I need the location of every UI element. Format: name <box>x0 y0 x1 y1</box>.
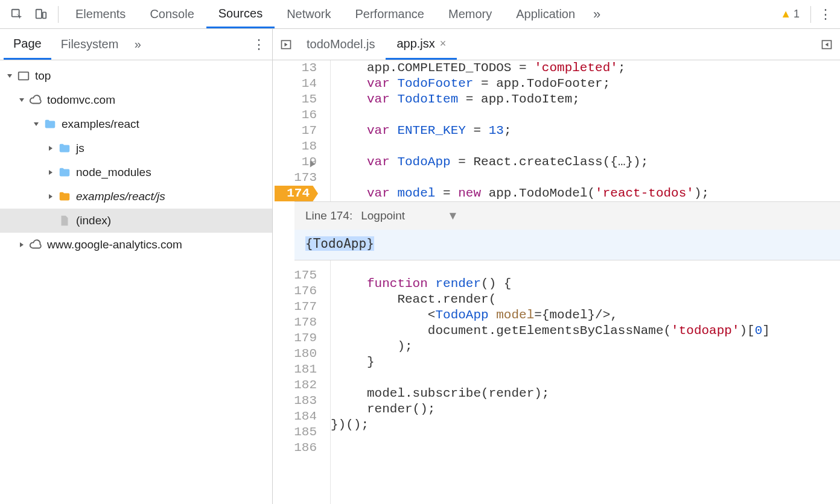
tree-item-folder[interactable]: examples/react/js <box>0 184 272 209</box>
code-line[interactable]: <TodoApp model={model}/>, <box>331 307 840 323</box>
fold-arrow-icon[interactable] <box>308 157 317 166</box>
folder-icon <box>43 118 57 131</box>
tab-network[interactable]: Network <box>275 0 343 28</box>
code-editor[interactable]: 13 14 15 16 17 18 19 173 174 175 176 177 <box>273 60 840 504</box>
disclosure-triangle-icon[interactable] <box>17 240 27 250</box>
logpoint-marker[interactable]: 174 <box>275 186 318 201</box>
navigator-menu-icon[interactable]: ⋮ <box>249 35 269 54</box>
line-number[interactable]: 182 <box>273 377 317 393</box>
close-icon[interactable]: × <box>440 37 447 50</box>
code-line[interactable] <box>331 107 840 123</box>
disclosure-triangle-icon[interactable] <box>46 192 56 201</box>
tree-item-domain[interactable]: todomvc.com <box>0 88 272 112</box>
line-number[interactable]: 19 <box>273 154 317 170</box>
line-number[interactable]: 14 <box>273 76 317 92</box>
disclosure-triangle-icon[interactable] <box>46 143 56 153</box>
line-number[interactable]: 16 <box>273 107 317 123</box>
separator <box>810 6 811 23</box>
tree-item-domain[interactable]: www.google-analytics.com <box>0 233 272 257</box>
disclosure-triangle-icon[interactable] <box>31 119 41 129</box>
tree-label: examples/react/js <box>76 190 165 203</box>
device-toolbar-icon[interactable] <box>31 5 51 24</box>
line-number[interactable]: 176 <box>273 283 317 299</box>
tree-item-folder[interactable]: node_modules <box>0 160 272 184</box>
code-line[interactable]: model.subscribe(render); <box>331 386 840 402</box>
line-gutter[interactable]: 13 14 15 16 17 18 19 173 174 175 176 177 <box>273 60 331 504</box>
tab-label: Filesystem <box>61 37 119 51</box>
file-tab-appjsx[interactable]: app.jsx × <box>386 29 457 60</box>
code-line[interactable] <box>331 170 840 186</box>
line-number[interactable]: 17 <box>273 123 317 139</box>
code-line[interactable]: render(); <box>331 402 840 417</box>
code-line[interactable]: React.render( <box>331 292 840 307</box>
tab-console[interactable]: Console <box>138 0 206 28</box>
code-line[interactable]: function render() { <box>331 276 840 292</box>
line-number[interactable]: 180 <box>273 346 317 362</box>
file-tab-label: todoModel.js <box>307 37 375 51</box>
logpoint-input[interactable]: {TodoApp} <box>294 230 840 260</box>
line-number[interactable]: 186 <box>273 440 317 456</box>
code-line[interactable] <box>331 433 840 449</box>
tab-memory[interactable]: Memory <box>436 0 504 28</box>
more-navigator-tabs-icon[interactable]: » <box>128 35 147 54</box>
tree-item-file[interactable]: (index) <box>0 209 272 233</box>
line-number[interactable]: 177 <box>273 299 317 315</box>
disclosure-triangle-icon[interactable] <box>17 95 27 105</box>
editor-panel: todoModel.js app.jsx × 13 14 15 16 17 18… <box>273 29 840 504</box>
code-line[interactable]: var TodoItem = app.TodoItem; <box>331 92 840 107</box>
logpoint-line-label: Line 174: <box>305 208 352 224</box>
code-line[interactable] <box>331 139 840 154</box>
code-line[interactable]: var model = new app.TodoModel('react-tod… <box>331 186 840 201</box>
tab-filesystem[interactable]: Filesystem <box>51 29 129 60</box>
line-number[interactable]: 178 <box>273 315 317 330</box>
tab-elements[interactable]: Elements <box>63 0 138 28</box>
code-line[interactable]: app.COMPLETED_TODOS = 'completed'; <box>331 60 840 76</box>
line-number[interactable]: 15 <box>273 92 317 107</box>
line-number[interactable]: 18 <box>273 139 317 154</box>
tab-performance[interactable]: Performance <box>343 0 437 28</box>
code-line[interactable]: var TodoFooter = app.TodoFooter; <box>331 76 840 92</box>
svg-rect-2 <box>43 12 46 18</box>
code-line[interactable]: ); <box>331 339 840 354</box>
folder-icon <box>58 166 71 179</box>
tree-label: examples/react <box>62 118 139 131</box>
line-number-breakpoint[interactable]: 174 <box>273 186 317 201</box>
line-number[interactable]: 184 <box>273 409 317 424</box>
code-line[interactable]: })(); <box>331 417 840 433</box>
breakpoint-type-select[interactable]: Logpoint ▼ <box>361 208 459 224</box>
show-debugger-icon[interactable] <box>817 35 836 54</box>
cloud-icon <box>29 238 42 251</box>
line-number[interactable]: 13 <box>273 60 317 76</box>
more-tabs-icon[interactable]: » <box>587 5 606 24</box>
line-number[interactable]: 181 <box>273 362 317 377</box>
line-number[interactable]: 173 <box>273 170 317 186</box>
show-navigator-icon[interactable] <box>276 35 296 54</box>
line-number[interactable]: 183 <box>273 393 317 409</box>
code-line[interactable] <box>331 260 840 276</box>
code-area[interactable]: app.COMPLETED_TODOS = 'completed'; var T… <box>331 60 840 504</box>
tab-application[interactable]: Application <box>504 0 587 28</box>
code-line[interactable]: var ENTER_KEY = 13; <box>331 123 840 139</box>
line-number[interactable]: 185 <box>273 424 317 440</box>
disclosure-triangle-icon[interactable] <box>46 168 56 177</box>
svg-rect-3 <box>19 72 29 80</box>
tab-page[interactable]: Page <box>4 29 51 60</box>
line-number[interactable]: 175 <box>273 268 317 283</box>
kebab-menu-icon[interactable]: ⋮ <box>816 5 835 24</box>
file-tab-todomodel[interactable]: todoModel.js <box>296 29 386 60</box>
tab-label: Elements <box>75 7 126 21</box>
logpoint-expression: {TodoApp} <box>305 236 374 251</box>
disclosure-triangle-icon[interactable] <box>5 71 14 81</box>
code-line[interactable]: document.getElementsByClassName('todoapp… <box>331 323 840 339</box>
tree-item-folder[interactable]: examples/react <box>0 112 272 136</box>
code-line[interactable]: } <box>331 354 840 370</box>
tree-item-folder[interactable]: js <box>0 136 272 160</box>
code-line[interactable] <box>331 370 840 386</box>
code-line[interactable]: var TodoApp = React.createClass({…}); <box>331 154 840 170</box>
inspect-element-icon[interactable] <box>7 5 27 24</box>
warnings-badge[interactable]: ▲ 1 <box>774 8 806 20</box>
tab-sources[interactable]: Sources <box>206 0 275 28</box>
cloud-icon <box>29 93 42 107</box>
tree-item-top[interactable]: top <box>0 64 272 88</box>
line-number[interactable]: 179 <box>273 330 317 346</box>
